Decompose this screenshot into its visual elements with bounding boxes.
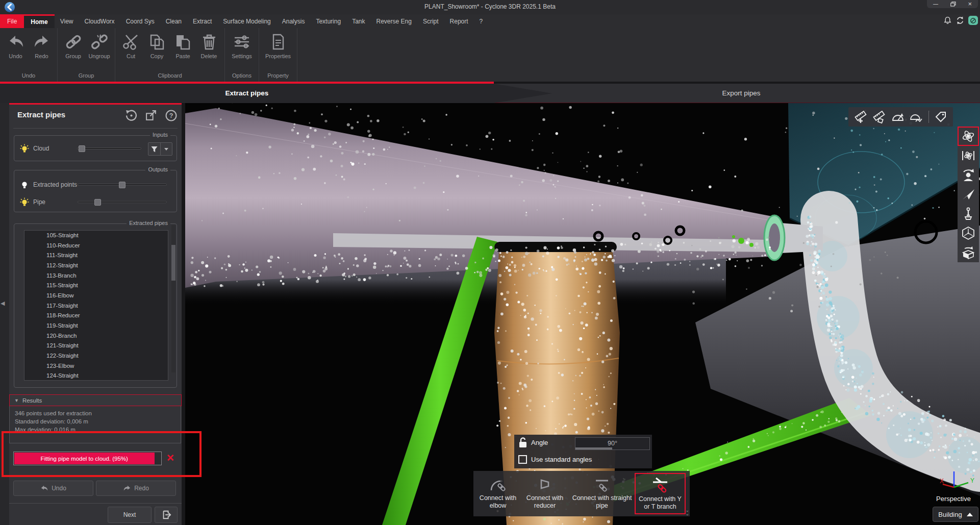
- list-item[interactable]: 111-Straight: [24, 251, 168, 261]
- visibility-bulb-on-icon[interactable]: [20, 197, 29, 207]
- lock-open-icon[interactable]: [518, 437, 527, 448]
- sync-refresh-icon[interactable]: [956, 16, 965, 25]
- visibility-bulb-on-icon[interactable]: [20, 144, 29, 153]
- constrained-orbit-button[interactable]: [958, 146, 979, 165]
- results-header[interactable]: ▼ Results: [9, 394, 182, 406]
- tag-label-icon[interactable]: [934, 110, 947, 123]
- menu-reverse-eng[interactable]: Reverse Eng: [371, 14, 417, 28]
- turntable-button[interactable]: [958, 243, 979, 262]
- menu-surface-modeling[interactable]: Surface Modeling: [217, 14, 276, 28]
- delete-button[interactable]: Delete: [196, 31, 222, 70]
- menu-view[interactable]: View: [55, 14, 79, 28]
- list-item[interactable]: 115-Straight: [24, 281, 168, 291]
- menu-file[interactable]: File: [0, 14, 24, 28]
- paste-button[interactable]: Paste: [170, 31, 196, 70]
- pipe-row-label: Pipe: [33, 198, 45, 206]
- workflow-step-export-pipes[interactable]: Export pipes: [502, 84, 980, 103]
- list-item[interactable]: 116-Elbow: [24, 291, 168, 301]
- progress-bar: Fitting pipe model to cloud. (95%): [13, 452, 162, 465]
- ribbon-toolbar: Undo Redo Undo Group Ungroup Group C: [0, 28, 980, 82]
- fly-mode-button[interactable]: [958, 185, 979, 204]
- settings-button[interactable]: Settings: [228, 31, 256, 70]
- use-standard-angles-checkbox[interactable]: [518, 455, 527, 464]
- angle-input[interactable]: 90°: [575, 437, 650, 450]
- y-t-branch-icon: [651, 476, 669, 493]
- connect-with-straight-pipe-button[interactable]: Connect with straight pipe: [569, 473, 635, 514]
- popout-panel-icon[interactable]: [145, 110, 157, 121]
- chevron-down-icon: [164, 148, 168, 151]
- exit-command-button[interactable]: [155, 507, 178, 523]
- copy-button[interactable]: Copy: [144, 31, 170, 70]
- ribbon-accent-line: [0, 82, 494, 84]
- list-item[interactable]: 110-Reducer: [24, 241, 168, 251]
- menu-coord-sys[interactable]: Coord Sys: [120, 14, 160, 28]
- extracted-points-slider[interactable]: [78, 184, 167, 186]
- panel-undo-button[interactable]: Undo: [13, 481, 93, 496]
- filter-button[interactable]: [148, 143, 160, 155]
- scrollbar-thumb[interactable]: [171, 245, 175, 281]
- filter-dropdown-button[interactable]: [160, 143, 172, 155]
- close-button[interactable]: ×: [968, 2, 972, 7]
- list-scrollbar[interactable]: [171, 225, 175, 372]
- edit-measurement-icon[interactable]: [872, 110, 886, 123]
- cut-button[interactable]: Cut: [118, 31, 144, 70]
- menu-home[interactable]: Home: [24, 14, 54, 28]
- visibility-bulb-off-icon[interactable]: [20, 180, 29, 189]
- view-cube-button[interactable]: [958, 223, 979, 243]
- list-item[interactable]: 122-Straight: [24, 351, 168, 361]
- help-icon[interactable]: ?: [165, 110, 177, 121]
- ungroup-button[interactable]: Ungroup: [86, 31, 112, 70]
- projection-mode-label[interactable]: Perspective: [928, 495, 978, 503]
- menu-analysis[interactable]: Analysis: [277, 14, 311, 28]
- properties-button[interactable]: Properties: [262, 31, 294, 70]
- cancel-progress-button[interactable]: ✕: [165, 453, 176, 464]
- extracted-pipes-list[interactable]: 105-Straight110-Reducer111-Straight112-S…: [24, 230, 168, 381]
- group-button[interactable]: Group: [60, 31, 86, 70]
- progress-text: Fitting pipe model to cloud. (95%): [41, 456, 128, 462]
- angle-measurement-icon[interactable]: [891, 110, 904, 123]
- list-item[interactable]: 118-Reducer: [24, 311, 168, 321]
- redo-button[interactable]: Redo: [29, 31, 55, 70]
- notifications-bell-icon[interactable]: [943, 16, 952, 25]
- list-item[interactable]: 117-Straight: [24, 301, 168, 311]
- list-item[interactable]: 120-Branch: [24, 331, 168, 341]
- menu-script[interactable]: Script: [417, 14, 444, 28]
- menu-extract[interactable]: Extract: [187, 14, 217, 28]
- add-measurement-icon[interactable]: [854, 110, 867, 123]
- menu-cloudworx[interactable]: CloudWorx: [79, 14, 120, 28]
- angle-wave-measurement-icon[interactable]: [910, 110, 923, 123]
- minimize-button[interactable]: —: [933, 2, 938, 7]
- connection-status-badge[interactable]: [968, 16, 978, 25]
- list-item[interactable]: 121-Straight: [24, 341, 168, 351]
- toolbar-collapse-chevrons-icon[interactable]: ⌄⌄: [685, 509, 689, 516]
- menu-texturing[interactable]: Texturing: [310, 14, 346, 28]
- undo-button[interactable]: Undo: [3, 31, 29, 70]
- panel-collapse-arrow-icon[interactable]: ◀: [1, 300, 5, 307]
- menu-help[interactable]: ?: [474, 14, 489, 28]
- next-button[interactable]: Next: [108, 507, 152, 523]
- reset-history-icon[interactable]: [125, 110, 137, 121]
- list-item[interactable]: 123-Elbow: [24, 361, 168, 371]
- angle-spinner-strip[interactable]: [575, 447, 612, 449]
- menu-report[interactable]: Report: [444, 14, 474, 28]
- list-item[interactable]: 105-Straight: [24, 231, 168, 241]
- list-item[interactable]: 113-Branch: [24, 271, 168, 281]
- menu-clean[interactable]: Clean: [160, 14, 187, 28]
- connect-with-elbow-button[interactable]: Connect with elbow: [475, 473, 520, 514]
- menu-tank[interactable]: Tank: [346, 14, 370, 28]
- view-mode-dropdown[interactable]: Building: [933, 507, 978, 522]
- list-item[interactable]: 124-Straight: [24, 371, 168, 381]
- examine-view-button[interactable]: [958, 165, 979, 185]
- walk-mode-button[interactable]: [958, 204, 979, 223]
- orbit-mode-button[interactable]: [958, 127, 979, 146]
- restore-button[interactable]: [950, 2, 956, 7]
- cloud-opacity-slider[interactable]: [77, 147, 141, 149]
- panel-redo-button[interactable]: Redo: [96, 481, 176, 496]
- list-item[interactable]: 119-Straight: [24, 321, 168, 331]
- extract-pipes-panel: Extract pipes ? Inputs Cloud Outpu: [9, 103, 182, 525]
- pipe-slider[interactable]: [78, 201, 167, 203]
- outputs-group-label: Outputs: [145, 166, 170, 172]
- connect-with-y-or-t-branch-button[interactable]: Connect with Y or T branch: [635, 473, 686, 514]
- list-item[interactable]: 112-Straight: [24, 261, 168, 271]
- connect-with-reducer-button[interactable]: Connect with reducer: [520, 473, 569, 514]
